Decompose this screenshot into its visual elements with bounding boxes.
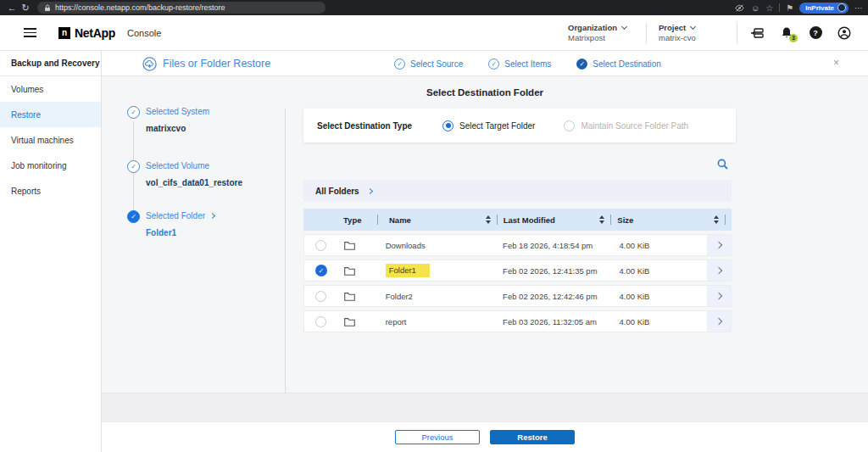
wizard-header: Files or Folder Restore ✓ Select Source …	[102, 51, 868, 76]
sidebar-item-job-monitoring[interactable]: Job monitoring	[0, 153, 101, 178]
folder-name: Folder2	[386, 292, 413, 301]
wizard-title: Files or Folder Restore	[163, 58, 270, 70]
row-open-chevron[interactable]	[707, 260, 731, 281]
project-label: Project	[659, 23, 686, 32]
content-bottom-band	[102, 393, 868, 421]
size: 4.00 KiB	[620, 292, 694, 301]
connector-icon[interactable]	[749, 25, 766, 42]
product-name: Console	[127, 28, 161, 38]
netapp-logo-mark-icon: n	[58, 27, 70, 39]
row-open-chevron[interactable]	[707, 286, 731, 306]
row-selected-check-icon[interactable]: ✓	[315, 265, 327, 276]
page-title: Select Destination Folder	[102, 87, 868, 98]
folder-icon	[344, 266, 355, 276]
row-open-chevron[interactable]	[707, 235, 731, 255]
summary-label-volume: Selected Volume	[146, 161, 209, 170]
chevron-right-icon	[715, 318, 722, 325]
app-header: n NetApp Console Organization Matrixpost…	[0, 15, 868, 51]
step-label: Select Source	[410, 59, 463, 69]
project-selector[interactable]: Project matrix-cvo	[659, 23, 725, 42]
sidebar-title: Backup and Recovery	[0, 51, 101, 76]
favorites-icon[interactable]: ☆	[765, 3, 773, 13]
collections-icon[interactable]: ⚑	[786, 3, 793, 13]
account-icon[interactable]	[836, 25, 853, 42]
summary-check-icon: ✓	[127, 160, 140, 173]
sidebar-item-virtual-machines[interactable]: Virtual machines	[0, 127, 101, 153]
address-bar[interactable]: https://console.netapp.com/backup-restor…	[37, 2, 326, 14]
row-radio[interactable]	[315, 316, 326, 327]
step-select-source[interactable]: ✓ Select Source	[394, 59, 463, 70]
chevron-right-icon	[367, 187, 373, 193]
previous-button[interactable]: Previous	[395, 430, 480, 444]
row-radio[interactable]	[315, 240, 326, 251]
table-row-folder1[interactable]: ✓ Folder1 Feb 02 2026, 12:41:35 pm 4.00 …	[303, 259, 732, 282]
summary-value-folder: Folder1	[146, 228, 176, 237]
summary-label-system: Selected System	[146, 107, 209, 116]
table-row-folder2[interactable]: Folder2 Feb 02 2026, 12:42:46 pm 4.00 Ki…	[303, 285, 732, 307]
sort-name-icon[interactable]	[486, 215, 491, 224]
browser-back-icon[interactable]: ←	[5, 0, 19, 15]
step-label: Select Items	[504, 59, 551, 69]
last-modified: Feb 18 2026, 4:18:54 pm	[503, 241, 619, 250]
selection-summary: ✓ Selected System matrixcvo ✓ Selected V…	[127, 106, 297, 276]
destination-type-label: Select Destination Type	[317, 121, 412, 131]
folder-name: Downloads	[386, 241, 426, 250]
folder-name: report	[386, 317, 407, 326]
last-modified: Feb 02 2026, 12:42:46 pm	[503, 292, 619, 301]
divider	[646, 23, 647, 43]
netapp-logo[interactable]: n NetApp	[58, 26, 115, 40]
row-radio[interactable]	[315, 291, 326, 302]
profile-avatar	[837, 3, 846, 12]
folder-breadcrumb-bar: All Folders	[303, 180, 732, 202]
table-header: Type Name Last Modified Size	[303, 209, 732, 231]
restore-button[interactable]: Restore	[490, 430, 575, 444]
close-icon[interactable]: ×	[833, 57, 839, 69]
last-modified: Feb 03 2026, 11:32:05 am	[503, 317, 619, 326]
sort-modified-icon[interactable]	[599, 215, 604, 224]
folder-table: Type Name Last Modified Size	[303, 209, 732, 332]
sidebar-item-volumes[interactable]: Volumes	[0, 76, 101, 102]
table-row-downloads[interactable]: Downloads Feb 18 2026, 4:18:54 pm 4.00 K…	[303, 234, 732, 256]
breadcrumb-all-folders[interactable]: All Folders	[315, 187, 359, 196]
cloud-restore-icon	[142, 57, 157, 71]
browser-bar: ← ↻ https://console.netapp.com/backup-re…	[0, 0, 868, 15]
table-row-report[interactable]: report Feb 03 2026, 11:32:05 am 4.00 KiB	[303, 310, 732, 332]
summary-check-icon: ✓	[127, 210, 140, 223]
radio-maintain-source-path[interactable]: Maintain Source Folder Path	[564, 120, 688, 131]
search-icon[interactable]	[717, 158, 728, 173]
summary-link-folder[interactable]: Selected Folder	[146, 211, 214, 220]
size: 4.00 KiB	[620, 241, 694, 250]
sidebar-item-restore[interactable]: Restore	[0, 102, 101, 127]
divider	[725, 215, 726, 225]
screen: ← ↻ https://console.netapp.com/backup-re…	[0, 0, 868, 452]
step-select-destination[interactable]: ✓ Select Destination	[576, 59, 661, 70]
inprivate-badge[interactable]: InPrivate	[799, 3, 849, 14]
notifications-bell-icon[interactable]: 3	[778, 25, 795, 42]
tracking-prevention-icon[interactable]	[734, 3, 745, 13]
sidebar-item-reports[interactable]: Reports	[0, 178, 101, 204]
summary-value-system: matrixcvo	[146, 124, 186, 133]
radio-unselected-icon	[564, 120, 575, 131]
last-modified: Feb 02 2026, 12:41:35 pm	[503, 266, 619, 276]
help-icon[interactable]: ?	[807, 25, 824, 42]
folder-name-highlighted: Folder1	[386, 264, 430, 277]
organization-selector[interactable]: Organization Matrixpost	[568, 23, 634, 42]
chevron-right-icon	[715, 242, 722, 248]
radio-select-target-folder[interactable]: Select Target Folder	[442, 120, 535, 131]
column-name: Name	[389, 215, 411, 225]
divider	[377, 215, 378, 225]
chevron-right-icon	[209, 213, 215, 219]
row-open-chevron[interactable]	[707, 311, 731, 332]
sort-size-icon[interactable]	[714, 215, 719, 224]
folder-icon	[344, 292, 355, 301]
chevron-down-icon	[621, 24, 627, 30]
project-value: matrix-cvo	[659, 33, 725, 42]
wizard-footer: Previous Restore	[102, 421, 868, 452]
browser-refresh-icon[interactable]: ↻	[19, 0, 32, 15]
hamburger-menu-icon[interactable]	[24, 28, 36, 37]
size: 4.00 KiB	[620, 317, 694, 326]
step-select-items[interactable]: ✓ Select Items	[488, 59, 551, 70]
browser-menu-icon[interactable]: ⋯	[854, 3, 863, 13]
folder-icon	[344, 317, 355, 326]
feedback-icon[interactable]: ☺	[751, 3, 760, 13]
